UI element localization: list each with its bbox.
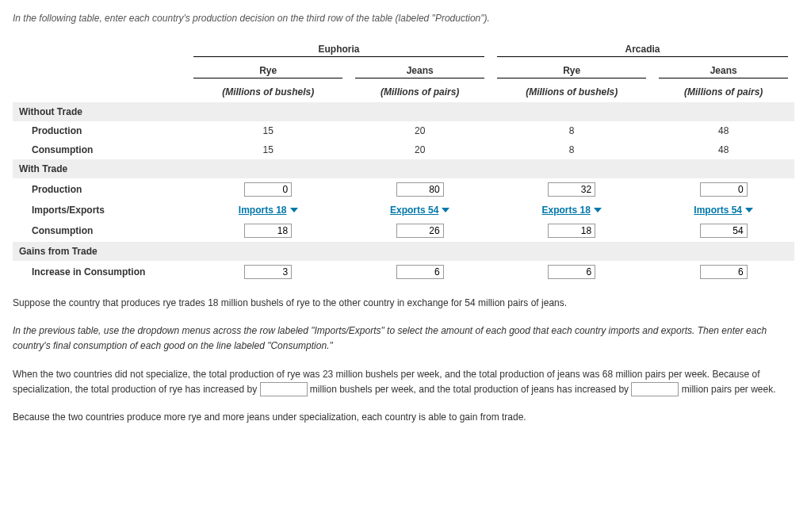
row-label-wt-consumption: Consumption: [13, 140, 187, 159]
dropdown-impexp-c2g1[interactable]: Exports 18: [542, 205, 602, 216]
good-header-c1g1: Rye: [193, 65, 342, 78]
unit-header-4: (Millions of pairs): [652, 82, 794, 102]
cell-wt-prod-c1g2: 20: [349, 121, 491, 140]
good-header-c2g1: Rye: [497, 65, 646, 78]
unit-header-2: (Millions of pairs): [349, 82, 491, 102]
input-t-prod-c2g2[interactable]: [700, 182, 748, 197]
caret-down-icon: [745, 208, 753, 212]
row-label-wt-production: Production: [13, 121, 187, 140]
row-label-t-production: Production: [13, 178, 187, 201]
trade-table: Euphoria Arcadia Rye Jeans Rye Jeans (Mi…: [13, 40, 794, 283]
p3-part-c: million pairs per week.: [679, 384, 775, 395]
input-gain-c2g2[interactable]: [700, 265, 748, 279]
cell-wt-cons-c2g2: 48: [652, 140, 794, 159]
input-t-cons-c2g1[interactable]: [548, 224, 595, 238]
caret-down-icon: [290, 208, 298, 212]
input-gain-c2g1[interactable]: [548, 265, 595, 279]
dropdown-label: Imports 18: [239, 205, 287, 216]
paragraph-specialization: When the two countries did not specializ…: [13, 367, 794, 397]
input-t-cons-c2g2[interactable]: [700, 224, 748, 238]
input-t-prod-c1g2[interactable]: [396, 182, 444, 197]
dropdown-impexp-c1g1[interactable]: Imports 18: [239, 205, 298, 216]
input-gain-c1g1[interactable]: [244, 265, 292, 279]
row-label-imp-exp: Imports/Exports: [13, 201, 187, 220]
row-label-increase: Increase in Consumption: [13, 261, 187, 283]
input-jeans-increase[interactable]: [631, 382, 679, 396]
unit-header-3: (Millions of bushels): [491, 82, 652, 102]
input-gain-c1g2[interactable]: [396, 265, 444, 279]
input-t-cons-c1g2[interactable]: [396, 224, 444, 238]
cell-wt-prod-c2g2: 48: [652, 121, 794, 140]
paragraph-conclusion: Because the two countries produce more r…: [13, 410, 794, 425]
row-label-t-consumption: Consumption: [13, 220, 187, 242]
section-with-trade: With Trade: [13, 159, 794, 178]
cell-wt-cons-c1g1: 15: [187, 140, 349, 159]
paragraph-trade-scenario: Suppose the country that produces rye tr…: [13, 296, 794, 311]
country-header-arcadia: Arcadia: [497, 44, 788, 57]
input-t-cons-c1g1[interactable]: [244, 224, 292, 238]
section-without-trade: Without Trade: [13, 102, 794, 121]
caret-down-icon: [442, 208, 449, 212]
cell-wt-prod-c1g1: 15: [187, 121, 349, 140]
cell-wt-cons-c2g1: 8: [491, 140, 652, 159]
dropdown-impexp-c1g2[interactable]: Exports 54: [390, 205, 449, 216]
dropdown-label: Imports 54: [694, 205, 742, 216]
section-gains: Gains from Trade: [13, 242, 794, 261]
input-rye-increase[interactable]: [260, 382, 308, 396]
p3-part-b: million bushels per week, and the total …: [308, 384, 632, 395]
instruction-impexp: In the previous table, use the dropdown …: [13, 323, 794, 354]
cell-wt-cons-c1g2: 20: [349, 140, 491, 159]
good-header-c1g2: Jeans: [355, 65, 484, 78]
cell-wt-prod-c2g1: 8: [491, 121, 652, 140]
good-header-c2g2: Jeans: [659, 65, 788, 78]
input-t-prod-c1g1[interactable]: [244, 182, 292, 197]
caret-down-icon: [594, 208, 602, 212]
dropdown-impexp-c2g2[interactable]: Imports 54: [694, 205, 753, 216]
instruction-top: In the following table, enter each count…: [13, 13, 794, 24]
dropdown-label: Exports 18: [542, 205, 591, 216]
unit-header-1: (Millions of bushels): [187, 82, 349, 102]
country-header-euphoria: Euphoria: [193, 44, 484, 57]
dropdown-label: Exports 54: [390, 205, 438, 216]
input-t-prod-c2g1[interactable]: [548, 182, 595, 197]
